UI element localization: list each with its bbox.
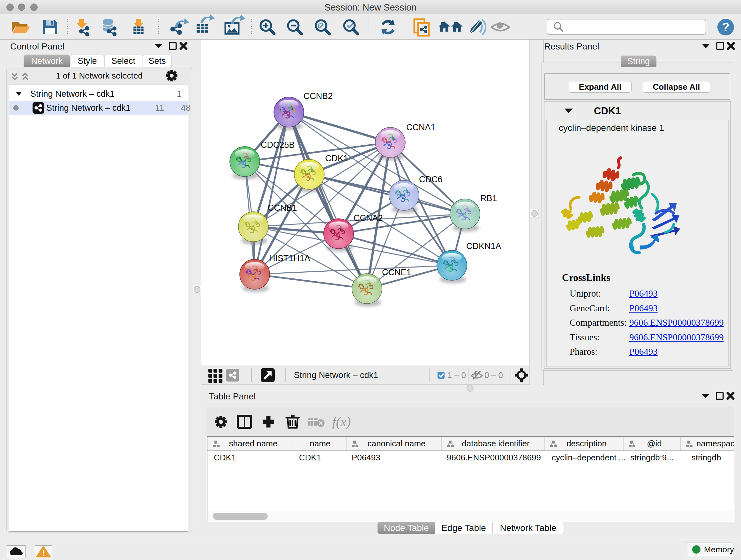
svg-text:namespace: namespace <box>696 439 734 448</box>
svg-text:CCNB2: CCNB2 <box>304 91 333 101</box>
svg-text:database identifier: database identifier <box>462 439 530 448</box>
svg-text:RB1: RB1 <box>480 193 497 203</box>
svg-text:description: description <box>566 439 607 448</box>
svg-text:CCNA2: CCNA2 <box>354 213 383 223</box>
svg-text:String Network – cdk1: String Network – cdk1 <box>294 370 378 380</box>
svg-text:name: name <box>310 439 330 448</box>
svg-text:CDK1: CDK1 <box>594 105 621 117</box>
svg-text:shared name: shared name <box>229 439 278 448</box>
svg-text:CCNB1: CCNB1 <box>268 203 297 212</box>
svg-text:?: ? <box>722 20 729 34</box>
svg-text:CDC25B: CDC25B <box>261 140 295 150</box>
svg-text:CDK1: CDK1 <box>325 153 348 163</box>
svg-text:@id: @id <box>647 439 662 448</box>
svg-text:CCNA1: CCNA1 <box>406 123 435 132</box>
svg-text:canonical name: canonical name <box>367 439 425 448</box>
svg-text:CDKN1A: CDKN1A <box>466 241 501 251</box>
svg-text:CDC6: CDC6 <box>419 175 443 184</box>
svg-text:f(x): f(x) <box>332 415 351 429</box>
svg-text:0 – 0: 0 – 0 <box>484 370 503 380</box>
svg-text:HIST1H1A: HIST1H1A <box>269 253 310 263</box>
svg-text:1 – 0: 1 – 0 <box>448 370 466 380</box>
svg-text:CCNE1: CCNE1 <box>382 267 411 277</box>
